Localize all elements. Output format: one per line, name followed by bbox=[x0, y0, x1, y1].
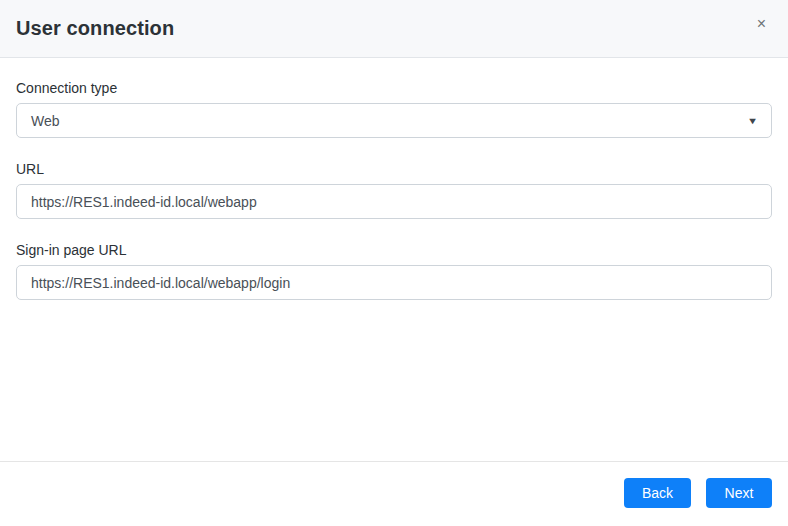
connection-type-select[interactable]: Web bbox=[16, 103, 772, 138]
user-connection-dialog: User connection × Connection type Web ▼ … bbox=[0, 0, 788, 526]
signin-url-group: Sign-in page URL bbox=[16, 242, 772, 300]
close-icon[interactable]: × bbox=[751, 12, 772, 36]
dialog-body: Connection type Web ▼ URL Sign-in page U… bbox=[0, 58, 788, 461]
dialog-title: User connection bbox=[16, 17, 174, 40]
signin-url-input[interactable] bbox=[16, 265, 772, 300]
url-input[interactable] bbox=[16, 184, 772, 219]
dialog-header: User connection × bbox=[0, 0, 788, 58]
signin-url-label: Sign-in page URL bbox=[16, 242, 772, 258]
url-label: URL bbox=[16, 161, 772, 177]
connection-type-group: Connection type Web ▼ bbox=[16, 80, 772, 138]
dialog-footer: Back Next bbox=[0, 461, 788, 526]
url-group: URL bbox=[16, 161, 772, 219]
connection-type-label: Connection type bbox=[16, 80, 772, 96]
connection-type-selected-value: Web bbox=[31, 113, 60, 129]
connection-type-select-wrap: Web ▼ bbox=[16, 103, 772, 138]
back-button[interactable]: Back bbox=[624, 478, 691, 508]
next-button[interactable]: Next bbox=[706, 478, 772, 508]
